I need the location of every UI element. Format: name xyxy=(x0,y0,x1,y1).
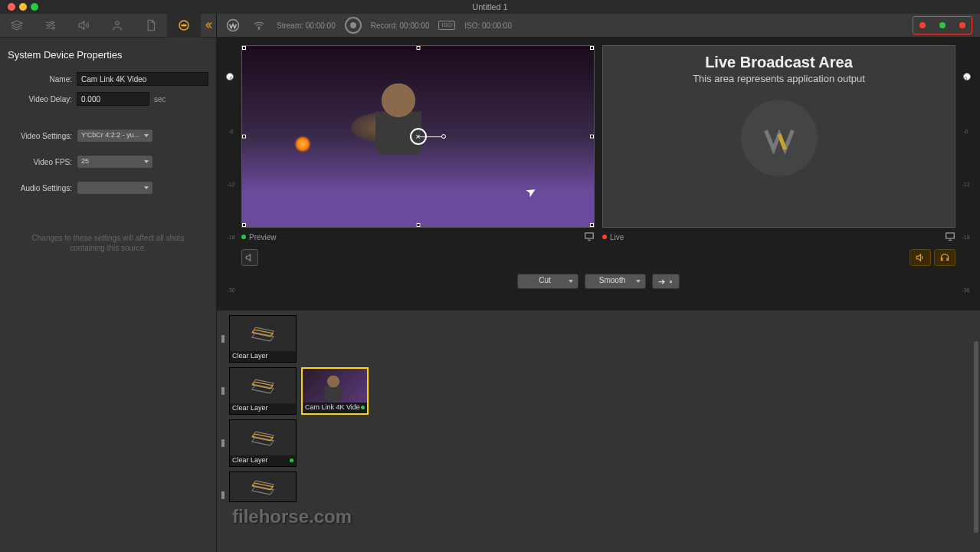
left-panel: System Device Properties Name: Video Del… xyxy=(0,14,217,552)
live-label: Live xyxy=(610,233,945,242)
input-name[interactable] xyxy=(77,72,208,86)
preview-canvas[interactable]: × ➤ xyxy=(241,45,595,228)
svg-point-2 xyxy=(52,27,54,29)
label-vsettings: Video Settings: xyxy=(8,132,77,140)
layer-row-2[interactable]: Clear Layer Cam Link 4K Vide xyxy=(221,367,975,415)
row-delay: Video Delay: sec xyxy=(8,92,208,106)
top-toolbar: Stream: 00:00:00 Record: 00:00:00 ISO IS… xyxy=(217,14,980,38)
sliders-tab[interactable] xyxy=(34,14,67,38)
label-name: Name: xyxy=(8,75,77,84)
shot-label: Clear Layer xyxy=(230,351,296,362)
row-asettings: Audio Settings: xyxy=(8,181,208,195)
right-content: Stream: 00:00:00 Record: 00:00:00 ISO IS… xyxy=(217,14,980,552)
iso-badge[interactable]: ISO xyxy=(438,21,455,30)
hint-text: Changes to these settings will affect al… xyxy=(8,233,208,253)
live-canvas: Live Broadcast Area This area represents… xyxy=(602,45,955,228)
layers-tab[interactable] xyxy=(0,14,34,38)
window-title: Untitled 1 xyxy=(472,2,507,12)
live-monitor-icon[interactable] xyxy=(945,232,955,242)
video-row: × ➤ Live Broadcast Area This area repres… xyxy=(241,45,955,228)
preview-label: Preview xyxy=(249,233,584,242)
preview-monitor-icon[interactable] xyxy=(584,232,595,242)
live-title: Live Broadcast Area xyxy=(705,54,853,71)
transition-go-button[interactable]: ➔ ∘ xyxy=(652,274,680,289)
collapse-panel-icon[interactable] xyxy=(201,14,216,38)
transition-bar: Cut Smooth ➔ ∘ xyxy=(241,268,955,291)
source-properties-tab[interactable] xyxy=(167,14,201,38)
layer-handle[interactable] xyxy=(221,491,225,499)
panel-title: System Device Properties xyxy=(8,49,208,61)
wifi-icon[interactable] xyxy=(251,17,267,34)
select-asettings[interactable] xyxy=(77,181,153,195)
shot-clear-layer[interactable] xyxy=(229,472,297,502)
row-name: Name: xyxy=(8,72,208,86)
monitor-controls-row xyxy=(241,244,955,268)
status-dot-red xyxy=(919,22,926,28)
shot-label: Clear Layer xyxy=(230,403,296,414)
layer-handle[interactable] xyxy=(221,335,225,343)
inspector-tabs xyxy=(0,14,216,38)
close-window[interactable] xyxy=(8,3,15,11)
svg-point-3 xyxy=(116,21,120,25)
video-column: × ➤ Live Broadcast Area This area repres… xyxy=(241,45,955,310)
label-delay: Video Delay: xyxy=(8,95,77,104)
shot-label: Cam Link 4K Vide xyxy=(303,402,367,413)
properties-panel: System Device Properties Name: Video Del… xyxy=(0,38,216,264)
shot-clear-layer[interactable]: Clear Layer xyxy=(229,315,297,363)
video-footer-row: Preview Live xyxy=(241,228,955,244)
svg-point-5 xyxy=(182,25,183,26)
svg-rect-10 xyxy=(585,233,594,238)
suffix-sec: sec xyxy=(154,95,166,104)
audio-tab[interactable] xyxy=(67,14,100,38)
main: System Device Properties Name: Video Del… xyxy=(0,14,980,552)
svg-point-9 xyxy=(258,28,260,30)
transition-cut-select[interactable]: Cut xyxy=(517,274,578,289)
svg-point-7 xyxy=(185,25,187,26)
layers-area: Clear Layer Clear Layer Cam Link 4K Vide xyxy=(217,310,980,552)
layer-row-1[interactable]: Clear Layer xyxy=(221,315,975,363)
maximize-window[interactable] xyxy=(31,3,38,11)
shot-clear-layer[interactable]: Clear Layer xyxy=(229,367,297,415)
label-fps: Video FPS: xyxy=(8,158,77,166)
audio-meter-right: 0 -6 -12 -18 -36 xyxy=(959,45,972,310)
status-dot-red2 xyxy=(959,22,965,28)
label-asettings: Audio Settings: xyxy=(8,184,77,192)
person-tab[interactable] xyxy=(100,14,134,38)
scrollbar[interactable] xyxy=(974,341,978,533)
record-label: Record: 00:00:00 xyxy=(371,21,430,30)
input-delay[interactable] xyxy=(77,92,149,106)
status-dot-green xyxy=(939,22,946,28)
live-dot xyxy=(602,235,607,239)
svg-point-1 xyxy=(48,25,50,27)
app-logo-icon xyxy=(225,17,241,34)
live-logo-icon xyxy=(741,100,818,176)
layer-row-4[interactable] xyxy=(221,472,975,502)
live-subtitle: This area represents application output xyxy=(693,73,865,84)
select-fps[interactable]: 25 xyxy=(77,155,153,169)
svg-point-6 xyxy=(184,25,185,26)
shot-camlink[interactable]: Cam Link 4K Vide xyxy=(301,367,369,415)
status-indicator xyxy=(913,16,972,34)
close-overlay-icon[interactable]: × xyxy=(410,128,427,145)
svg-point-0 xyxy=(51,21,53,24)
live-speaker-button[interactable] xyxy=(910,249,931,266)
live-headphones-button[interactable] xyxy=(934,249,955,266)
iso-label: ISO: 00:00:00 xyxy=(464,21,512,30)
minimize-window[interactable] xyxy=(19,3,27,11)
row-fps: Video FPS: 25 xyxy=(8,155,208,169)
record-button[interactable] xyxy=(345,17,362,34)
document-tab[interactable] xyxy=(134,14,168,38)
shot-label: Clear Layer xyxy=(230,455,296,466)
preview-dot xyxy=(241,235,246,239)
preview-mute-button[interactable] xyxy=(241,249,258,266)
row-vsettings: Video Settings: Y'CbCr 4:2:2 - yu... xyxy=(8,129,208,143)
layer-handle[interactable] xyxy=(221,439,225,447)
traffic-lights xyxy=(8,3,38,11)
transition-smooth-select[interactable]: Smooth xyxy=(585,274,646,289)
select-vsettings[interactable]: Y'CbCr 4:2:2 - yu... xyxy=(77,129,153,143)
layer-handle[interactable] xyxy=(221,387,225,395)
shot-clear-layer[interactable]: Clear Layer xyxy=(229,419,297,467)
svg-rect-11 xyxy=(946,233,955,238)
preview-live-area: 0 -6 -12 -18 -36 × xyxy=(217,38,980,310)
layer-row-3[interactable]: Clear Layer xyxy=(221,419,975,467)
